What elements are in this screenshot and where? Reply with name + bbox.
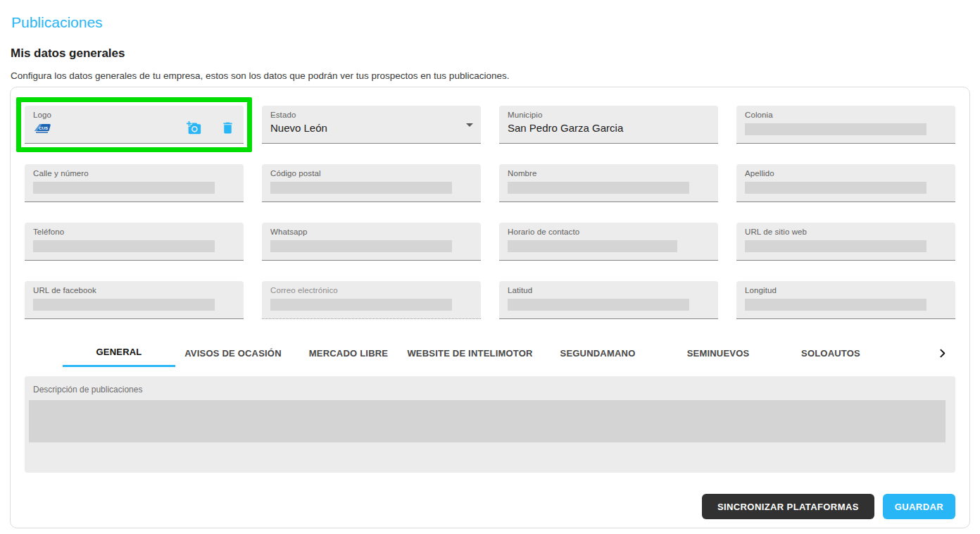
latitud-field[interactable]: Latitud bbox=[499, 281, 718, 319]
redacted-value bbox=[270, 182, 452, 194]
guardar-button[interactable]: GUARDAR bbox=[883, 494, 955, 519]
logo-field[interactable]: Logo CUS bbox=[25, 106, 244, 144]
field-label: Estado bbox=[270, 111, 472, 119]
field-label: Horario de contacto bbox=[508, 228, 710, 236]
add-a-photo-icon bbox=[187, 127, 201, 137]
svg-text:CUS: CUS bbox=[39, 125, 48, 130]
field-label: Teléfono bbox=[33, 228, 235, 236]
field-label: Nombre bbox=[508, 169, 710, 178]
field-label: Descripción de publicaciones bbox=[33, 385, 142, 395]
field-label: Longitud bbox=[745, 286, 947, 294]
calle-numero-field[interactable]: Calle y número bbox=[25, 164, 244, 202]
redacted-value bbox=[270, 299, 452, 311]
chevron-right-icon bbox=[936, 347, 948, 359]
upload-photo-button[interactable] bbox=[187, 120, 201, 135]
page-title: Publicaciones bbox=[11, 14, 970, 31]
url-sitio-web-field[interactable]: URL de sitio web bbox=[736, 223, 955, 261]
redacted-value bbox=[508, 299, 689, 311]
logo-field-highlight: Logo CUS bbox=[16, 97, 252, 152]
redacted-value bbox=[270, 240, 452, 252]
municipio-field[interactable]: Municipio San Pedro Garza Garcia bbox=[499, 106, 718, 144]
field-label: Latitud bbox=[508, 286, 710, 294]
redacted-value bbox=[508, 240, 677, 252]
trash-icon bbox=[220, 127, 235, 137]
nombre-field[interactable]: Nombre bbox=[499, 164, 718, 202]
telefono-field[interactable]: Teléfono bbox=[25, 223, 244, 261]
platform-tabs: GENERAL AVISOS DE OCASIÓN MERCADO LIBRE … bbox=[25, 339, 955, 367]
correo-electronico-field: Correo electrónico bbox=[262, 281, 481, 319]
codigo-postal-field[interactable]: Código postal bbox=[262, 164, 481, 202]
fields-grid: Logo CUS bbox=[25, 106, 955, 319]
field-label: Apellido bbox=[745, 169, 947, 178]
field-label: Código postal bbox=[270, 169, 472, 178]
tab-avisos-de-ocasion[interactable]: AVISOS DE OCASIÓN bbox=[175, 339, 291, 367]
horario-contacto-field[interactable]: Horario de contacto bbox=[499, 223, 718, 261]
apellido-field[interactable]: Apellido bbox=[736, 164, 955, 202]
redacted-value bbox=[745, 240, 926, 252]
field-label: Logo bbox=[33, 111, 235, 119]
field-value: San Pedro Garza Garcia bbox=[508, 122, 710, 134]
field-label: URL de sitio web bbox=[745, 228, 947, 236]
sincronizar-plataformas-button[interactable]: SINCRONIZAR PLATAFORMAS bbox=[702, 494, 874, 519]
url-facebook-field[interactable]: URL de facebook bbox=[25, 281, 244, 319]
dropdown-caret-icon bbox=[466, 123, 473, 127]
field-label: Colonia bbox=[745, 111, 947, 119]
general-data-card: Logo CUS bbox=[10, 87, 970, 528]
tab-general[interactable]: GENERAL bbox=[63, 339, 175, 367]
estado-select[interactable]: Estado Nuevo León bbox=[262, 106, 481, 144]
field-label: Correo electrónico bbox=[270, 286, 472, 294]
section-title: Mis datos generales bbox=[11, 46, 970, 61]
delete-logo-button[interactable] bbox=[220, 120, 235, 135]
section-description: Configura los datos generales de tu empr… bbox=[11, 70, 970, 81]
descripcion-publicaciones-field[interactable]: Descripción de publicaciones bbox=[25, 376, 955, 473]
tabs-scroll-right-button[interactable] bbox=[929, 339, 955, 367]
tab-soloautos[interactable]: SOLOAUTOS bbox=[774, 339, 887, 367]
redacted-value bbox=[33, 240, 215, 252]
redacted-value bbox=[33, 182, 215, 194]
whatsapp-field[interactable]: Whatsapp bbox=[262, 223, 481, 261]
tab-seminuevos[interactable]: SEMINUEVOS bbox=[662, 339, 774, 367]
redacted-value bbox=[29, 400, 946, 442]
field-label: Municipio bbox=[508, 111, 710, 119]
actions-bar: SINCRONIZAR PLATAFORMAS GUARDAR bbox=[25, 494, 955, 519]
field-label: URL de facebook bbox=[33, 286, 235, 294]
field-label: Whatsapp bbox=[270, 228, 472, 236]
colonia-field[interactable]: Colonia bbox=[736, 106, 955, 144]
redacted-value bbox=[745, 182, 926, 194]
longitud-field[interactable]: Longitud bbox=[736, 281, 955, 319]
tab-mercado-libre[interactable]: MERCADO LIBRE bbox=[291, 339, 406, 367]
field-value: Nuevo León bbox=[270, 122, 472, 134]
tab-website-de-intelimotor[interactable]: WEBSITE DE INTELIMOTOR bbox=[406, 339, 534, 367]
redacted-value bbox=[33, 299, 215, 311]
redacted-value bbox=[508, 182, 689, 194]
redacted-value bbox=[745, 299, 926, 311]
redacted-value bbox=[745, 123, 926, 135]
field-label: Calle y número bbox=[33, 169, 235, 178]
company-logo: CUS bbox=[33, 123, 51, 133]
publications-page: Publicaciones Mis datos generales Config… bbox=[0, 0, 980, 528]
tab-segundamano[interactable]: SEGUNDAMANO bbox=[534, 339, 662, 367]
